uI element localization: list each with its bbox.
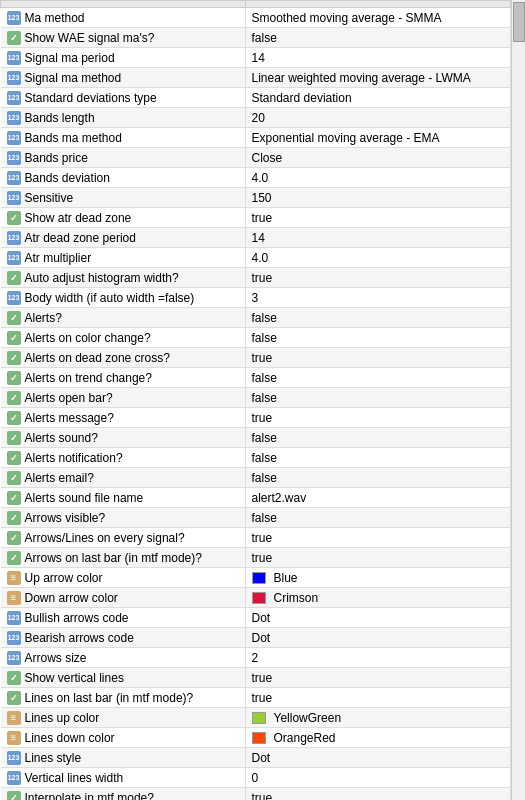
numeric-icon: 123	[7, 631, 21, 645]
variable-label: Bearish arrows code	[25, 631, 134, 645]
color-value-wrapper: OrangeRed	[252, 731, 505, 745]
value-text: true	[252, 791, 273, 801]
table-wrapper[interactable]: 123Ma methodSmoothed moving average - SM…	[0, 0, 511, 800]
value-text: false	[252, 431, 277, 445]
value-text: 2	[252, 651, 259, 665]
value-text: true	[252, 671, 273, 685]
variable-label: Alerts notification?	[25, 451, 123, 465]
value-cell: Exponential moving average - EMA	[246, 128, 511, 148]
numeric-icon: 123	[7, 651, 21, 665]
variable-label: Alerts open bar?	[25, 391, 113, 405]
table-row: 123Atr multiplier4.0	[1, 248, 511, 268]
table-row: 123Ma methodSmoothed moving average - SM…	[1, 8, 511, 28]
variable-cell: ≡Lines up color	[1, 708, 246, 727]
value-cell: false	[246, 448, 511, 468]
variable-label: Signal ma method	[25, 71, 122, 85]
value-cell: 150	[246, 188, 511, 208]
table-header-row	[1, 1, 511, 8]
table-row: ≡Lines down colorOrangeRed	[1, 728, 511, 748]
color-type-icon: ≡	[7, 711, 21, 725]
variable-label: Alerts sound?	[25, 431, 98, 445]
bool-icon: ✓	[7, 451, 21, 465]
bool-icon: ✓	[7, 431, 21, 445]
color-type-icon: ≡	[7, 591, 21, 605]
bool-icon: ✓	[7, 31, 21, 45]
variable-cell: ✓Show WAE signal ma's?	[1, 28, 246, 47]
numeric-icon: 123	[7, 91, 21, 105]
table-row: ✓Arrows on last bar (in mtf mode)?true	[1, 548, 511, 568]
table-row: 123Bearish arrows codeDot	[1, 628, 511, 648]
color-swatch[interactable]	[252, 712, 266, 724]
scrollbar-thumb[interactable]	[513, 2, 525, 42]
value-text: false	[252, 451, 277, 465]
value-cell: Linear weighted moving average - LWMA	[246, 68, 511, 88]
table-row: 123Bands length20	[1, 108, 511, 128]
value-cell: true	[246, 688, 511, 708]
variable-cell: 123Bands ma method	[1, 128, 246, 147]
variable-label: Alerts email?	[25, 471, 94, 485]
color-value-text: Blue	[274, 571, 298, 585]
bool-icon: ✓	[7, 351, 21, 365]
variable-label: Atr multiplier	[25, 251, 92, 265]
bool-icon: ✓	[7, 411, 21, 425]
value-text: Smoothed moving average - SMMA	[252, 11, 442, 25]
value-cell: true	[246, 348, 511, 368]
value-cell: true	[246, 408, 511, 428]
value-text: false	[252, 371, 277, 385]
variable-cell: ✓Show atr dead zone	[1, 208, 246, 227]
variable-cell: ✓Show vertical lines	[1, 668, 246, 687]
bool-icon: ✓	[7, 791, 21, 801]
bool-icon: ✓	[7, 551, 21, 565]
numeric-icon: 123	[7, 111, 21, 125]
variable-label: Lines up color	[25, 711, 100, 725]
table-row: ✓Alerts sound?false	[1, 428, 511, 448]
variable-label: Show WAE signal ma's?	[25, 31, 155, 45]
color-value-text: YellowGreen	[274, 711, 342, 725]
value-cell: Standard deviation	[246, 88, 511, 108]
numeric-icon: 123	[7, 171, 21, 185]
variable-label: Standard deviations type	[25, 91, 157, 105]
color-swatch[interactable]	[252, 592, 266, 604]
value-text: Linear weighted moving average - LWMA	[252, 71, 471, 85]
variable-cell: 123Bands length	[1, 108, 246, 127]
value-cell: Close	[246, 148, 511, 168]
variable-label: Up arrow color	[25, 571, 103, 585]
variable-cell: 123Arrows size	[1, 648, 246, 667]
value-cell: true	[246, 548, 511, 568]
table-row: ✓Show atr dead zonetrue	[1, 208, 511, 228]
variable-label: Alerts sound file name	[25, 491, 144, 505]
scrollbar[interactable]	[511, 0, 525, 800]
bool-icon: ✓	[7, 531, 21, 545]
numeric-icon: 123	[7, 191, 21, 205]
color-swatch[interactable]	[252, 572, 266, 584]
variable-cell: 123Standard deviations type	[1, 88, 246, 107]
numeric-icon: 123	[7, 291, 21, 305]
variable-cell: ✓Auto adjust histogram width?	[1, 268, 246, 287]
variable-cell: ≡Up arrow color	[1, 568, 246, 587]
variable-cell: ✓Alerts email?	[1, 468, 246, 487]
bool-icon: ✓	[7, 491, 21, 505]
col-value-header	[246, 1, 511, 8]
bool-icon: ✓	[7, 511, 21, 525]
variable-label: Show vertical lines	[25, 671, 124, 685]
value-text: false	[252, 511, 277, 525]
variable-cell: ≡Down arrow color	[1, 588, 246, 607]
bool-icon: ✓	[7, 271, 21, 285]
numeric-icon: 123	[7, 751, 21, 765]
value-text: 150	[252, 191, 272, 205]
value-cell: Blue	[246, 568, 511, 588]
value-cell: true	[246, 528, 511, 548]
variable-cell: 123Bullish arrows code	[1, 608, 246, 627]
value-cell: true	[246, 208, 511, 228]
color-swatch[interactable]	[252, 732, 266, 744]
value-text: false	[252, 331, 277, 345]
table-row: ≡Up arrow colorBlue	[1, 568, 511, 588]
variable-cell: ✓Arrows/Lines on every signal?	[1, 528, 246, 547]
variable-cell: 123Atr multiplier	[1, 248, 246, 267]
variable-label: Bands ma method	[25, 131, 122, 145]
table-row: 123Standard deviations typeStandard devi…	[1, 88, 511, 108]
value-text: true	[252, 351, 273, 365]
variable-cell: ✓Alerts?	[1, 308, 246, 327]
color-value-text: Crimson	[274, 591, 319, 605]
value-cell: true	[246, 788, 511, 801]
